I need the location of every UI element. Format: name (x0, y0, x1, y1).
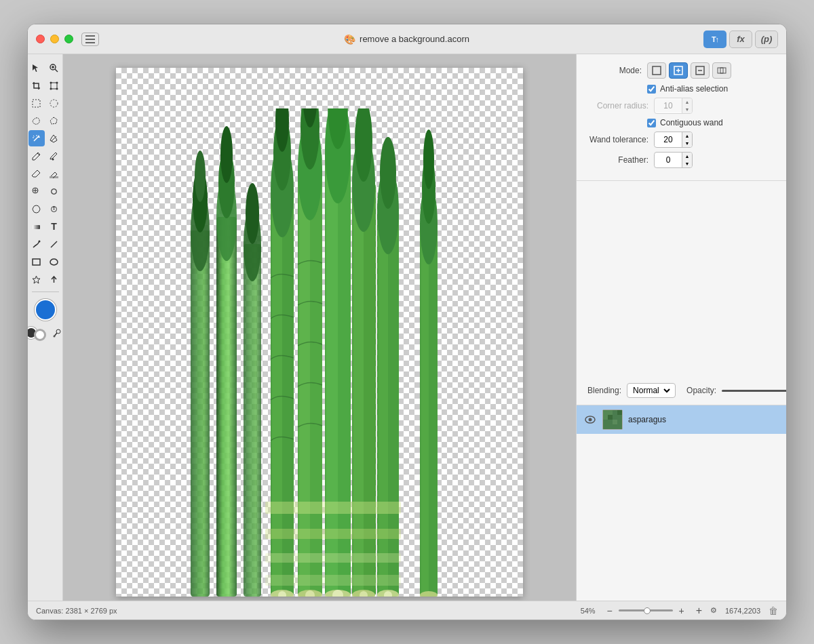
window-title: remove a background.acorn (360, 34, 469, 44)
fx-header-btn[interactable]: fx (729, 31, 752, 48)
mode-subtract-btn[interactable] (691, 62, 710, 79)
select-tool-btn[interactable] (28, 60, 45, 76)
line-btn[interactable] (46, 236, 62, 252)
rect-select-btn[interactable] (28, 95, 45, 111)
foreground-color-swatch[interactable] (35, 299, 56, 321)
app-window: 🎨 remove a background.acorn T↑ fx (p) (27, 24, 787, 620)
asparagus-image (170, 108, 469, 597)
layer-item[interactable]: asparagus (577, 405, 786, 434)
brush-btn[interactable] (46, 148, 62, 164)
text-tool-header-btn[interactable]: T↑ (703, 31, 726, 48)
minimize-button[interactable] (50, 35, 59, 43)
star-btn[interactable] (28, 271, 45, 287)
pen-btn[interactable] (28, 236, 45, 252)
rect-shape-btn[interactable] (28, 254, 45, 270)
wand-tolerance-down[interactable]: ▼ (682, 140, 692, 147)
feather-down[interactable]: ▼ (682, 160, 692, 167)
feather-up[interactable]: ▲ (682, 153, 692, 160)
svg-rect-49 (244, 244, 261, 597)
svg-rect-1 (85, 39, 95, 40)
sharpen-btn[interactable] (46, 201, 62, 217)
svg-point-14 (50, 100, 58, 107)
svg-rect-106 (608, 415, 613, 420)
wand-tolerance-stepper: ▲ ▼ (682, 132, 692, 147)
ellipse-select-btn[interactable] (46, 95, 62, 111)
add-layer-btn[interactable]: + (696, 605, 702, 617)
titlebar-center: 🎨 remove a background.acorn (110, 34, 703, 45)
color-select-btn[interactable] (46, 130, 62, 146)
corner-radius-label: Corner radius: (587, 101, 648, 110)
anti-alias-checkbox[interactable] (647, 85, 656, 94)
mode-add-btn[interactable] (669, 62, 688, 79)
layer-visibility-btn[interactable] (583, 413, 597, 426)
contiguous-label: Contiguous wand (660, 118, 723, 127)
zoom-out-btn[interactable]: − (604, 605, 616, 617)
effect-btn[interactable] (46, 183, 62, 199)
svg-point-12 (56, 87, 58, 89)
svg-rect-8 (51, 83, 57, 89)
feather-value[interactable]: 0 (655, 154, 682, 166)
blur-btn[interactable] (28, 201, 45, 217)
ellipse-shape-btn[interactable] (46, 254, 62, 270)
close-button[interactable] (36, 35, 45, 43)
svg-point-51 (246, 183, 259, 244)
svg-point-9 (50, 81, 52, 83)
clone-btn[interactable] (28, 183, 45, 199)
svg-rect-45 (216, 217, 237, 597)
svg-rect-107 (613, 420, 617, 424)
polygon-lasso-btn[interactable] (46, 113, 62, 129)
zoom-slider[interactable] (619, 609, 673, 611)
lasso-btn[interactable] (28, 113, 45, 129)
svg-point-103 (589, 418, 592, 422)
svg-rect-93 (265, 575, 401, 586)
blending-dropdown[interactable]: Normal Multiply Screen Overlay Darken Li… (630, 385, 672, 396)
pencil-btn[interactable] (28, 148, 45, 164)
svg-rect-31 (33, 225, 40, 229)
canvas-info: Canvas: 2381 × 2769 px (36, 607, 117, 615)
wand-tolerance-up[interactable]: ▲ (682, 132, 692, 140)
zoom-controls: − + (604, 605, 688, 617)
fill-btn[interactable] (46, 165, 62, 182)
svg-rect-0 (85, 35, 95, 37)
sidebar-toggle-button[interactable] (81, 33, 99, 46)
mode-intersect-btn[interactable] (712, 62, 731, 79)
svg-rect-108 (617, 410, 622, 415)
toolbar: T (28, 54, 63, 601)
svg-rect-90 (265, 502, 401, 514)
svg-point-32 (39, 240, 41, 242)
zoom-in-btn[interactable]: + (676, 605, 688, 617)
paths-header-btn[interactable]: (p) (755, 31, 778, 48)
feather-stepper: ▲ ▼ (682, 153, 692, 167)
zoom-level: 54% (581, 607, 596, 615)
svg-rect-23 (50, 176, 58, 178)
svg-marker-3 (33, 64, 38, 72)
wand-tolerance-input[interactable]: 20 ▲ ▼ (654, 132, 693, 148)
feather-input[interactable]: 0 ▲ ▼ (654, 152, 693, 168)
maximize-button[interactable] (64, 35, 73, 43)
bg-swatch[interactable] (35, 329, 45, 340)
mode-replace-btn[interactable] (647, 62, 666, 79)
contiguous-checkbox[interactable] (647, 119, 656, 127)
delete-layer-btn[interactable]: 🗑 (769, 605, 778, 616)
crop-tool-btn[interactable] (28, 77, 45, 94)
canvas-container[interactable] (63, 54, 576, 601)
file-icon: 🎨 (344, 34, 355, 45)
opacity-slider[interactable] (722, 390, 786, 392)
mode-row: Mode: (587, 62, 775, 79)
text-tool-btn[interactable]: T (46, 218, 62, 235)
panel-spacer (577, 181, 786, 376)
transform-tool-btn[interactable] (46, 77, 62, 94)
wand-tolerance-value[interactable]: 20 (655, 134, 682, 146)
svg-point-27 (52, 188, 57, 194)
zoom-tool-btn[interactable] (46, 60, 62, 76)
feather-label: Feather: (587, 155, 648, 165)
opacity-label: Opacity: (686, 386, 716, 395)
svg-line-5 (55, 69, 58, 72)
blending-select-wrapper[interactable]: Normal Multiply Screen Overlay Darken Li… (627, 383, 676, 398)
arrow-shape-btn[interactable] (46, 271, 62, 287)
gradient-btn[interactable] (28, 218, 45, 235)
magic-wand-btn[interactable] (28, 130, 45, 146)
settings-icon[interactable]: ⚙ (710, 606, 717, 615)
eraser-btn[interactable] (28, 165, 45, 182)
statusbar: Canvas: 2381 × 2769 px 54% − + + ⚙ 1674,… (28, 601, 786, 620)
